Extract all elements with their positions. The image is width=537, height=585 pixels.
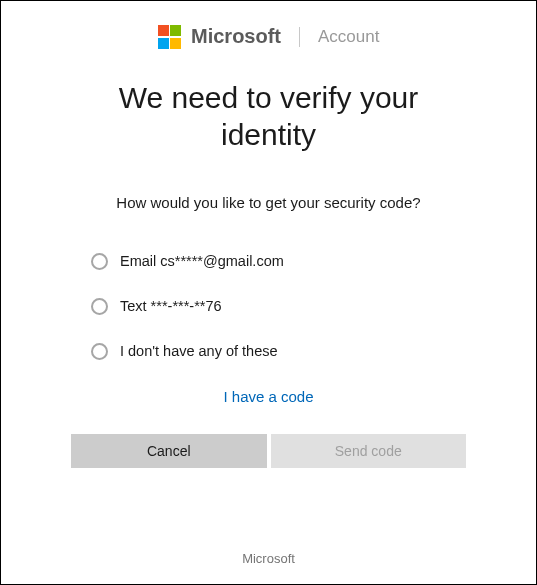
radio-icon xyxy=(91,298,108,315)
main-content: We need to verify your identity How woul… xyxy=(1,59,536,468)
option-none[interactable]: I don't have any of these xyxy=(91,343,466,360)
radio-icon xyxy=(91,343,108,360)
header-divider xyxy=(299,27,300,47)
section-label: Account xyxy=(318,27,379,47)
microsoft-logo-icon xyxy=(158,25,182,49)
button-row: Cancel Send code xyxy=(71,434,466,468)
options-list: Email cs*****@gmail.com Text ***-***-**7… xyxy=(71,253,466,360)
radio-icon xyxy=(91,253,108,270)
have-code-link[interactable]: I have a code xyxy=(223,388,313,405)
option-label: Text ***-***-**76 xyxy=(120,298,222,314)
have-code-container: I have a code xyxy=(71,388,466,406)
prompt-text: How would you like to get your security … xyxy=(71,194,466,211)
option-label: Email cs*****@gmail.com xyxy=(120,253,284,269)
option-label: I don't have any of these xyxy=(120,343,278,359)
header: Microsoft Account xyxy=(1,1,536,59)
brand-label: Microsoft xyxy=(191,25,281,48)
send-code-button[interactable]: Send code xyxy=(271,434,467,468)
page-title: We need to verify your identity xyxy=(71,79,466,154)
cancel-button[interactable]: Cancel xyxy=(71,434,267,468)
option-text[interactable]: Text ***-***-**76 xyxy=(91,298,466,315)
option-email[interactable]: Email cs*****@gmail.com xyxy=(91,253,466,270)
footer-text: Microsoft xyxy=(1,551,536,566)
